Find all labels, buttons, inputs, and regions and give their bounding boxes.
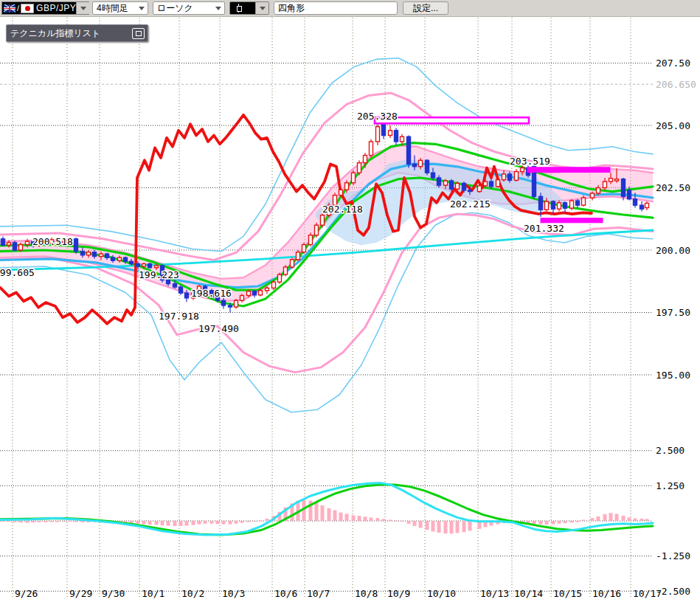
pair-dropdown-button[interactable]: [76, 2, 89, 14]
macd-histogram-bar: [204, 521, 207, 524]
settings-button[interactable]: 設定...: [403, 1, 448, 15]
candle-down: [93, 252, 97, 257]
candle-down: [407, 136, 411, 164]
macd-histogram-bar: [468, 521, 472, 530]
chevron-down-icon: [139, 7, 145, 10]
candle-up: [603, 182, 607, 187]
candle-up: [558, 203, 561, 209]
candle-up: [240, 296, 244, 301]
macd-histogram-bar: [558, 521, 561, 524]
chart-canvas[interactable]: 207.50205.00202.50200.00197.50195.00206.…: [0, 0, 700, 605]
candle-up: [26, 241, 30, 244]
chart-type-select[interactable]: ローソク: [153, 1, 225, 15]
candle-up: [352, 173, 356, 183]
axis-label: 195.00: [656, 370, 690, 381]
candle-down: [564, 203, 567, 208]
macd-histogram-bar: [339, 513, 343, 521]
candle-down: [105, 254, 109, 257]
macd-histogram-bar: [32, 521, 35, 522]
candle-down: [395, 131, 398, 142]
macd-histogram-bar: [576, 521, 580, 522]
macd-histogram-bar: [247, 521, 251, 522]
macd-histogram-bar: [13, 521, 17, 522]
timeframe-select[interactable]: 4時間足: [92, 1, 148, 15]
candle-up: [272, 282, 276, 288]
axis-label: 10/15: [553, 588, 582, 599]
axis-label: 10/17: [633, 588, 662, 599]
price-annotation-label: 197.918: [159, 311, 199, 322]
chart-type-dropdown-button[interactable]: [212, 2, 224, 14]
price-annotation-label: 202.118: [322, 204, 363, 215]
axis-label: 200.00: [656, 245, 690, 256]
candle-up: [142, 264, 146, 266]
candle-down: [130, 261, 134, 263]
candle-up: [7, 243, 11, 245]
candle-up: [502, 174, 506, 180]
restore-icon[interactable]: [132, 28, 145, 39]
candle-up: [444, 181, 448, 185]
macd-histogram-bar: [352, 515, 356, 521]
chart-type-label: ローソク: [153, 2, 212, 15]
macd-histogram-bar: [432, 521, 435, 531]
macd-histogram-bar: [198, 521, 201, 525]
macd-histogram-bar: [63, 521, 66, 522]
macd-histogram-bar: [50, 521, 54, 522]
macd-histogram-bar: [370, 517, 373, 521]
macd-histogram-bar: [253, 521, 257, 522]
candle-up: [591, 193, 595, 198]
candle-color-dropdown-button[interactable]: [255, 2, 268, 14]
candle-up: [235, 300, 238, 307]
drawn-rectangle[interactable]: [527, 167, 610, 173]
macd-histogram-bar: [426, 521, 429, 530]
candle-up: [118, 257, 122, 260]
candle-color-select[interactable]: [229, 1, 269, 15]
candle-down: [185, 293, 189, 298]
macd-histogram-bar: [136, 521, 140, 524]
drawn-rectangle[interactable]: [541, 218, 603, 223]
axis-label: 10/14: [514, 588, 543, 599]
uk-flag-icon: [4, 4, 15, 13]
macd-histogram-bar: [155, 521, 159, 525]
macd-histogram-bar: [382, 519, 386, 521]
drawn-rectangle[interactable]: [375, 117, 529, 123]
chart-application: { "toolbar": { "pair": "GBP/JPY", "timef…: [0, 0, 700, 605]
candle-down: [508, 174, 512, 180]
axis-label: 206.650: [656, 79, 696, 90]
candle-up: [339, 190, 343, 195]
axis-label: 10/13: [480, 588, 509, 599]
candle-up: [456, 183, 460, 189]
macd-histogram-bar: [216, 521, 220, 524]
pair-slash: /: [17, 4, 19, 13]
candle-down: [148, 264, 152, 268]
price-annotation-label: 205.328: [357, 111, 398, 122]
drawing-tool-input[interactable]: [274, 1, 398, 15]
currency-pair-select[interactable]: / GBP/JPY: [1, 1, 89, 15]
macd-histogram-bar: [628, 517, 631, 521]
macd-histogram-bar: [240, 521, 244, 523]
macd-histogram-bar: [19, 521, 23, 522]
axis-label: 10/1: [142, 588, 164, 599]
candle-up: [478, 186, 482, 192]
macd-histogram-bar: [640, 519, 644, 521]
candle-down: [426, 160, 429, 173]
timeframe-dropdown-button[interactable]: [135, 2, 148, 14]
axis-label: 202.50: [656, 182, 690, 193]
timeframe-label: 4時間足: [93, 2, 135, 15]
candle-up: [582, 198, 586, 205]
technical-indicator-list-panel[interactable]: テクニカル指標リスト: [6, 24, 148, 42]
panel-title: テクニカル指標リスト: [7, 27, 132, 40]
candle-up: [309, 235, 313, 245]
candle-up: [597, 188, 600, 193]
candle-down: [167, 280, 170, 284]
macd-histogram-bar: [395, 521, 398, 522]
candle-up: [155, 266, 159, 268]
macd-histogram-bar: [358, 516, 361, 521]
candle-up: [389, 131, 392, 136]
price-annotation-label: 197.490: [198, 323, 239, 334]
candle-down: [179, 287, 183, 293]
candle-up: [364, 156, 367, 163]
candle-up: [100, 254, 103, 256]
macd-histogram-bar: [539, 521, 543, 525]
macd-histogram-bar: [142, 521, 146, 525]
macd-histogram-bar: [591, 518, 595, 521]
